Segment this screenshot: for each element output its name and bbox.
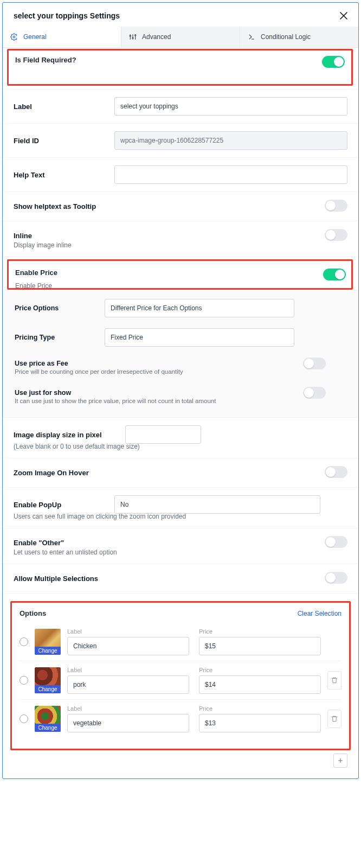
- delete-option-button[interactable]: [327, 671, 341, 690]
- label-label: Label: [14, 103, 106, 111]
- just-show-toggle[interactable]: [303, 387, 326, 399]
- tab-advanced-label: Advanced: [142, 33, 171, 41]
- tab-general-label: General: [23, 33, 47, 41]
- required-section: Is Field Required?: [7, 49, 353, 86]
- inline-help: Display image inline: [3, 241, 358, 257]
- required-toggle[interactable]: [322, 56, 345, 68]
- pricing-type-label: Pricing Type: [15, 334, 96, 341]
- other-label: Enable "Other": [14, 539, 106, 547]
- tab-advanced[interactable]: Advanced: [121, 27, 240, 47]
- price-subpanel: Price Options Pricing Type Use price as …: [3, 290, 358, 418]
- options-section: Options Clear Selection Change Label Pri…: [10, 601, 351, 750]
- option-price-caption: Price: [199, 628, 321, 635]
- option-thumbnail: Change: [35, 629, 61, 655]
- enableprice-label: Enable Price: [15, 269, 57, 277]
- pricing-type-select[interactable]: [105, 328, 294, 347]
- popup-select[interactable]: [114, 495, 320, 514]
- conditional-icon: [248, 33, 255, 41]
- option-row: Change Label Price: [20, 700, 341, 738]
- panel-title: select your toppings Settings: [14, 11, 120, 20]
- tab-conditional-label: Conditional Logic: [261, 33, 311, 41]
- options-title: Options: [20, 609, 46, 617]
- option-radio[interactable]: [20, 714, 28, 723]
- imgsize-label: Image display size in pixel: [14, 431, 117, 439]
- imgsize-input[interactable]: [125, 425, 201, 444]
- price-options-select[interactable]: [105, 299, 294, 317]
- tabs: General Advanced Conditional Logic: [3, 27, 358, 48]
- option-price-input[interactable]: [199, 714, 321, 732]
- option-row: Change Label Price: [20, 623, 341, 661]
- gear-icon: [10, 33, 18, 41]
- option-price-caption: Price: [199, 667, 321, 673]
- tooltip-toggle[interactable]: [325, 200, 347, 212]
- inline-label: Inline: [14, 232, 106, 240]
- option-label-input[interactable]: [67, 714, 189, 732]
- svg-point-5: [132, 37, 133, 39]
- svg-point-4: [130, 35, 131, 36]
- add-option-button[interactable]: [333, 754, 347, 768]
- inline-toggle[interactable]: [325, 229, 347, 241]
- option-thumbnail: Change: [35, 667, 61, 693]
- option-radio[interactable]: [20, 637, 28, 646]
- use-fee-help: Price will be counting once per order ir…: [15, 368, 353, 378]
- tab-conditional[interactable]: Conditional Logic: [240, 27, 358, 47]
- popup-help: Users can see full image on clicking the…: [3, 513, 358, 528]
- use-fee-toggle[interactable]: [303, 358, 326, 369]
- tooltip-label: Show helptext as Tooltip: [14, 202, 106, 210]
- option-radio[interactable]: [20, 676, 28, 685]
- other-help: Let users to enter an unlisted option: [3, 548, 358, 564]
- tab-general[interactable]: General: [3, 27, 121, 47]
- sliders-icon: [129, 33, 137, 41]
- option-price-input[interactable]: [199, 637, 321, 655]
- option-price-caption: Price: [199, 705, 321, 712]
- just-show-help: It can use just to show the price value,…: [15, 398, 353, 407]
- fieldid-input: [114, 131, 347, 150]
- svg-point-6: [135, 35, 136, 36]
- enableprice-help: Enable Price: [15, 282, 57, 290]
- svg-point-0: [13, 36, 15, 38]
- change-image-button[interactable]: Change: [35, 647, 61, 655]
- enable-price-section: Enable Price Enable Price: [7, 259, 353, 290]
- helptext-label: Help Text: [14, 171, 106, 179]
- clear-selection-link[interactable]: Clear Selection: [298, 610, 341, 617]
- multi-label: Allow Multiple Selections: [14, 575, 133, 583]
- option-label-caption: Label: [67, 705, 189, 712]
- change-image-button[interactable]: Change: [35, 724, 61, 732]
- option-label-input[interactable]: [67, 675, 189, 694]
- use-fee-label: Use price as Fee: [15, 360, 96, 367]
- option-label-caption: Label: [67, 628, 189, 635]
- helptext-input[interactable]: [114, 165, 347, 184]
- option-label-input[interactable]: [67, 637, 189, 655]
- label-input[interactable]: [114, 97, 347, 116]
- fieldid-label: Field ID: [14, 137, 106, 145]
- enableprice-toggle[interactable]: [323, 269, 346, 280]
- change-image-button[interactable]: Change: [35, 685, 61, 693]
- option-thumbnail: Change: [35, 706, 61, 732]
- option-label-caption: Label: [67, 667, 189, 673]
- option-price-input[interactable]: [199, 675, 321, 694]
- price-options-label: Price Options: [15, 304, 96, 312]
- imgsize-help: (Leave blank or 0 to use default image s…: [3, 443, 358, 458]
- zoom-toggle[interactable]: [325, 466, 347, 478]
- required-label: Is Field Required?: [15, 56, 76, 64]
- multi-toggle[interactable]: [325, 572, 347, 584]
- close-icon[interactable]: [340, 12, 347, 20]
- popup-label: Enable PopUp: [14, 501, 106, 509]
- just-show-label: Use just for show: [15, 389, 96, 397]
- delete-option-button[interactable]: [327, 710, 341, 728]
- other-toggle[interactable]: [325, 536, 347, 548]
- settings-panel: select your toppings Settings General Ad…: [2, 2, 359, 779]
- zoom-label: Zoom Image On Hover: [14, 469, 117, 477]
- option-row: Change Label Price: [20, 661, 341, 700]
